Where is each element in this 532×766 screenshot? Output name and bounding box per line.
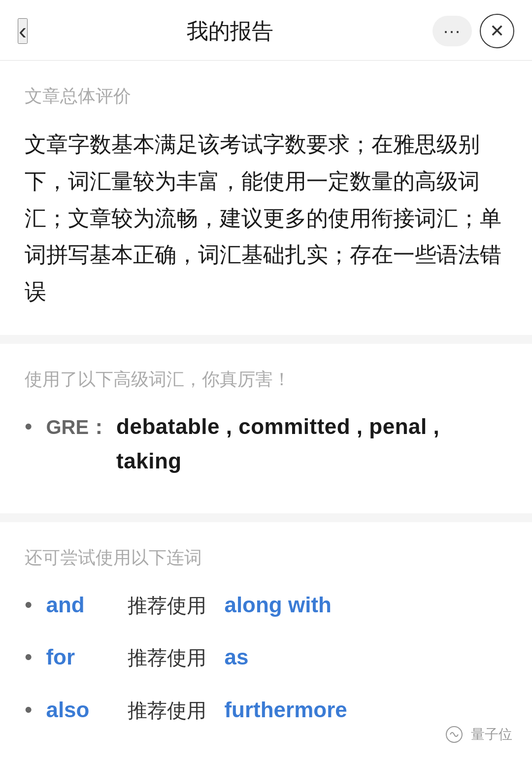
connector-label-1: 推荐使用 — [128, 642, 206, 673]
connector-item-and: • and 推荐使用 along with — [25, 588, 507, 622]
header-actions: ··· ✕ — [432, 14, 514, 48]
bullet-icon: • — [25, 693, 32, 727]
connector-recommend-for: as — [224, 640, 248, 674]
back-button[interactable]: ‹ — [18, 18, 28, 44]
connector-recommend-and: along with — [224, 588, 332, 622]
vocab-list: • GRE： debatable , committed , penal , t… — [25, 409, 507, 479]
overall-subtitle: 文章总体评价 — [25, 84, 507, 108]
connector-recommend-also: furthermore — [224, 693, 347, 727]
vocab-words: debatable , committed , penal , taking — [116, 409, 507, 479]
connector-word-and: and — [46, 588, 110, 622]
connector-label-2: 推荐使用 — [128, 695, 206, 726]
connector-subtitle: 还可尝试使用以下连词 — [25, 546, 507, 570]
watermark: 量子位 — [442, 723, 512, 746]
bullet-icon: • — [25, 409, 32, 444]
header: ‹ 我的报告 ··· ✕ — [0, 0, 532, 61]
advanced-vocab-section: 使用了以下高级词汇，你真厉害！ • GRE： debatable , commi… — [0, 344, 532, 513]
divider-1 — [0, 335, 532, 344]
watermark-text: 量子位 — [471, 725, 512, 744]
watermark-icon — [442, 723, 466, 746]
connector-item-for: • for 推荐使用 as — [25, 640, 507, 674]
overall-section: 文章总体评价 文章字数基本满足该考试字数要求；在雅思级别下，词汇量较为丰富，能使… — [0, 61, 532, 335]
connector-label-0: 推荐使用 — [128, 590, 206, 621]
advanced-subtitle: 使用了以下高级词汇，你真厉害！ — [25, 367, 507, 392]
vocab-label: GRE： — [46, 411, 108, 443]
bullet-icon: • — [25, 588, 32, 622]
connector-list: • and 推荐使用 along with • for 推荐使用 as • al… — [25, 588, 507, 727]
more-button[interactable]: ··· — [432, 16, 472, 46]
overall-body: 文章字数基本满足该考试字数要求；在雅思级别下，词汇量较为丰富，能使用一定数量的高… — [25, 126, 507, 310]
connector-word-also: also — [46, 693, 110, 727]
page-title: 我的报告 — [28, 17, 432, 46]
close-button[interactable]: ✕ — [480, 14, 514, 48]
connector-word-for: for — [46, 640, 110, 674]
bullet-icon: • — [25, 640, 32, 674]
vocab-item: • GRE： debatable , committed , penal , t… — [25, 409, 507, 479]
divider-2 — [0, 513, 532, 522]
connector-item-also: • also 推荐使用 furthermore — [25, 693, 507, 727]
